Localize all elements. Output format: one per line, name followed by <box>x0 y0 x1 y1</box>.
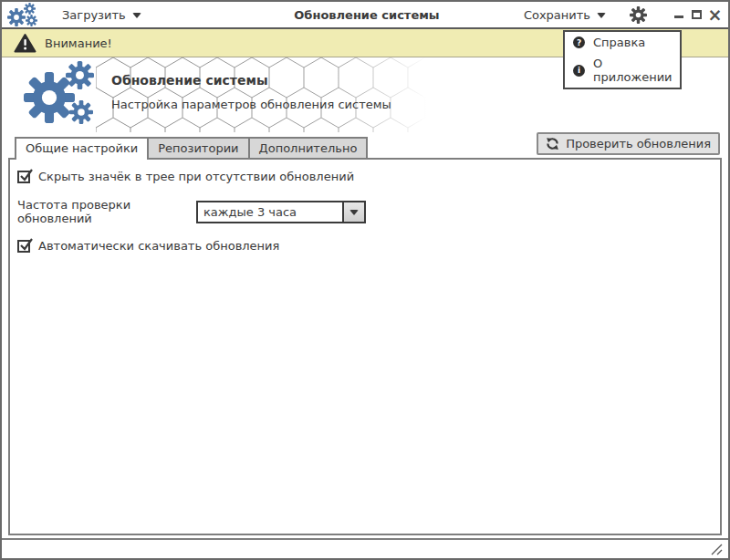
refresh-icon <box>546 137 559 150</box>
frequency-dropdown-button[interactable] <box>342 202 364 222</box>
menu-item-help[interactable]: ? Справка <box>565 32 680 53</box>
settings-gear-icon[interactable] <box>630 6 647 24</box>
tab-repositories[interactable]: Репозитории <box>147 137 249 158</box>
check-updates-label: Проверить обновления <box>566 137 711 150</box>
check-updates-button[interactable]: Проверить обновления <box>537 132 720 155</box>
page-subtitle: Настройка параметров обновления системы <box>111 98 391 111</box>
status-bar <box>2 538 728 558</box>
page-title: Обновление системы <box>111 73 268 88</box>
warning-text: Внимание! <box>45 36 112 50</box>
hide-tray-checkbox[interactable] <box>17 171 30 183</box>
menu-item-about-label: О приложении <box>593 57 673 84</box>
tab-bar: Общие настройки Репозитории Дополнительн… <box>2 132 728 158</box>
gears-icon <box>24 61 100 129</box>
frequency-select[interactable]: каждые 3 часа <box>196 201 366 223</box>
window-title: Обновление системы <box>214 8 520 22</box>
tab-advanced[interactable]: Дополнительно <box>248 137 369 158</box>
hide-tray-label: Скрыть значёк в трее при отсутствии обно… <box>38 170 354 183</box>
hide-tray-checkbox-row[interactable]: Скрыть значёк в трее при отсутствии обно… <box>17 170 713 183</box>
resize-grip-icon[interactable] <box>710 543 723 555</box>
maximize-button[interactable] <box>691 7 703 22</box>
minimize-button[interactable] <box>673 7 684 22</box>
save-menu-label: Сохранить <box>524 8 590 22</box>
help-circle-icon: ? <box>573 36 585 48</box>
warning-triangle-icon <box>14 33 36 53</box>
hexagon-pattern <box>96 57 426 132</box>
menu-item-help-label: Справка <box>593 36 645 49</box>
caret-down-icon <box>597 13 606 18</box>
load-menu-button[interactable]: Загрузить <box>58 6 145 24</box>
tab-general-settings[interactable]: Общие настройки <box>15 137 149 160</box>
title-bar: Загрузить Обновление системы Сохранить × <box>2 2 728 29</box>
window-controls: × <box>673 7 721 22</box>
load-menu-label: Загрузить <box>62 8 126 22</box>
caret-down-icon <box>132 13 141 18</box>
save-menu-button[interactable]: Сохранить <box>520 6 610 24</box>
caret-down-icon <box>349 210 359 215</box>
auto-download-checkbox-row[interactable]: Автоматически скачивать обновления <box>17 239 713 253</box>
general-settings-panel: Скрыть значёк в трее при отсутствии обно… <box>8 158 722 535</box>
frequency-value: каждые 3 часа <box>198 202 342 222</box>
save-dropdown-menu: ? Справка i О приложении <box>563 30 682 89</box>
app-gears-icon <box>7 3 44 27</box>
close-button[interactable]: × <box>709 7 721 22</box>
info-circle-icon: i <box>573 65 585 77</box>
frequency-row: Частота проверки обновлений каждые 3 час… <box>17 198 713 225</box>
auto-download-label: Автоматически скачивать обновления <box>38 239 279 253</box>
auto-download-checkbox[interactable] <box>17 240 30 253</box>
frequency-label: Частота проверки обновлений <box>17 198 196 225</box>
menu-item-about[interactable]: i О приложении <box>565 53 680 88</box>
